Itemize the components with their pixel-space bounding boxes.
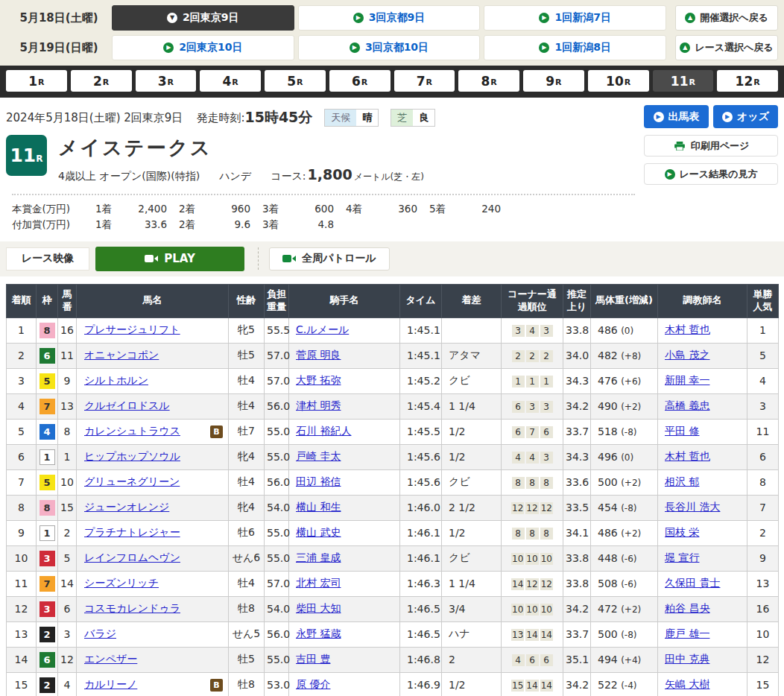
table-row: 611ヒップホップソウル牝455.0戸崎 圭太1:45.61/244334.34… xyxy=(7,444,779,469)
print-page-button[interactable]: 印刷用ページ xyxy=(644,135,778,156)
finish-position: 15 xyxy=(7,672,37,696)
win-popularity: 11 xyxy=(747,419,779,444)
venue-tab-kyoto10[interactable]: ▶ 3回京都10日 xyxy=(298,35,481,60)
trainer-link[interactable]: 久保田 貴士 xyxy=(665,577,720,589)
horse-name-link[interactable]: エンペザー xyxy=(84,653,137,666)
jockey-link[interactable]: 田辺 裕信 xyxy=(296,475,341,487)
venue-tab-tokyo10[interactable]: ▶ 2回東京10日 xyxy=(112,35,294,60)
trainer-link[interactable]: 鹿戸 雄一 xyxy=(665,627,709,639)
shutuba-button-label: 出馬表 xyxy=(668,110,700,124)
race-tab-11r[interactable]: 11R xyxy=(653,70,714,92)
horse-name-link[interactable]: バラジ xyxy=(84,627,116,641)
jockey-link[interactable]: 石川 裕紀人 xyxy=(296,425,351,437)
jockey-link[interactable]: 菅原 明良 xyxy=(296,349,341,361)
horse-name-link[interactable]: カルリーノ xyxy=(84,678,137,692)
trainer-link[interactable]: 高橋 義忠 xyxy=(665,399,709,411)
horse-name-link[interactable]: ジューンオレンジ xyxy=(84,501,169,514)
trainer-link[interactable]: 矢嶋 大樹 xyxy=(665,678,709,690)
race-video-button[interactable]: レース映像 xyxy=(6,247,89,271)
finish-position: 6 xyxy=(7,444,37,469)
horse-name-link[interactable]: ヒップホップソウル xyxy=(84,450,180,464)
jockey-link[interactable]: 大野 拓弥 xyxy=(296,374,341,386)
venue-tab-label: 1回新潟7日 xyxy=(554,11,610,25)
horse-name-cell: シーズンリッチ xyxy=(77,571,229,596)
jockey-link[interactable]: 柴田 大知 xyxy=(296,602,341,614)
corner-positions: 131414 xyxy=(502,621,563,647)
trainer-link[interactable]: 木村 哲也 xyxy=(665,450,709,462)
horse-name-cell: カルリーノB xyxy=(77,672,229,696)
trainer-link[interactable]: 長谷川 浩大 xyxy=(665,501,720,513)
play-button[interactable]: PLAY xyxy=(95,247,244,271)
margin: ハナ xyxy=(442,621,502,647)
race-tab-2r[interactable]: 2R xyxy=(71,70,132,92)
jockey-link[interactable]: 北村 宏司 xyxy=(296,577,341,589)
trainer-link[interactable]: 堀 宣行 xyxy=(665,551,699,563)
trainer-link[interactable]: 田中 克典 xyxy=(665,653,709,665)
carried-weight: 57.0 xyxy=(265,368,289,393)
trainer-link[interactable]: 新開 幸一 xyxy=(665,374,709,386)
table-row: 1816プレサージュリフト牝555.5C.ルメール1:45.134333.848… xyxy=(7,317,779,343)
jockey-link[interactable]: 津村 明秀 xyxy=(296,399,341,411)
horse-name-link[interactable]: オニャンコポン xyxy=(84,349,159,362)
jockey-link[interactable]: C.ルメール xyxy=(296,323,349,335)
turf-value: 良 xyxy=(413,110,434,126)
corner-position: 3 xyxy=(526,401,539,413)
race-tab-suffix: R xyxy=(232,77,238,87)
table-row: 1236コスモカレンドゥラ牡854.0柴田 大知1:46.53/41010103… xyxy=(7,596,779,621)
race-tab-9r[interactable]: 9R xyxy=(523,70,584,92)
odds-button[interactable]: ▶ オッズ xyxy=(713,105,778,128)
how-to-read-button[interactable]: ▶ レース結果の見方 xyxy=(644,163,778,185)
race-tab-3r[interactable]: 3R xyxy=(136,70,197,92)
race-tab-4r[interactable]: 4R xyxy=(200,70,261,92)
horse-name-link[interactable]: クルゼイロドスル xyxy=(84,399,170,413)
how-to-read-label: レース結果の見方 xyxy=(680,168,758,181)
horse-name-link[interactable]: レインフロムヘヴン xyxy=(84,551,180,565)
race-tab-6r[interactable]: 6R xyxy=(329,70,391,92)
horse-name-link[interactable]: プレサージュリフト xyxy=(84,323,180,337)
venue-tab-niigata8[interactable]: ▶ 1回新潟8日 xyxy=(484,35,666,60)
jockey-cell: 大野 拓弥 xyxy=(289,368,400,393)
venue-tab-kyoto9[interactable]: ▶ 3回京都9日 xyxy=(298,5,481,31)
horse-number: 6 xyxy=(58,596,77,621)
frame-number-badge: 7 xyxy=(39,576,55,592)
race-tab-suffix: R xyxy=(168,77,174,87)
horse-name-link[interactable]: プラチナトレジャー xyxy=(84,526,180,540)
horse-name-cell: カレンシュトラウスB xyxy=(77,419,229,444)
race-tab-1r[interactable]: 1R xyxy=(6,70,67,92)
jockey-link[interactable]: 永野 猛蔵 xyxy=(296,627,341,639)
race-tab-7r[interactable]: 7R xyxy=(394,70,455,92)
carried-weight: 55.5 xyxy=(265,317,289,343)
trainer-link[interactable]: 国枝 栄 xyxy=(665,526,699,538)
horse-name-link[interactable]: カレンシュトラウス xyxy=(84,425,180,438)
horse-name-link[interactable]: コスモカレンドゥラ xyxy=(84,602,180,616)
last-3f: 33.5 xyxy=(563,495,591,520)
body-weight-delta: (+4) xyxy=(621,655,641,665)
jockey-link[interactable]: 原 優介 xyxy=(296,678,330,690)
jockey-link[interactable]: 横山 和生 xyxy=(296,501,341,513)
trainer-cell: 木村 哲也 xyxy=(658,444,747,469)
horse-name-link[interactable]: シルトホルン xyxy=(84,374,148,387)
horse-name-link[interactable]: シーズンリッチ xyxy=(84,577,159,590)
corner-position: 6 xyxy=(512,426,525,438)
patrol-video-button[interactable]: 全周パトロール xyxy=(269,247,390,271)
horse-name-link[interactable]: グリューネグリーン xyxy=(84,475,180,489)
back-to-meeting-select-button[interactable]: ▲ 開催選択へ戻る xyxy=(675,5,778,31)
race-tab-8r[interactable]: 8R xyxy=(458,70,519,92)
venue-tab-tokyo9[interactable]: ▼ 2回東京9日 xyxy=(112,5,294,31)
trainer-link[interactable]: 粕谷 昌央 xyxy=(665,602,709,614)
trainer-link[interactable]: 小島 茂之 xyxy=(665,349,709,361)
race-tab-10r[interactable]: 10R xyxy=(588,70,649,92)
race-tab-5r[interactable]: 5R xyxy=(265,70,326,92)
trainer-link[interactable]: 木村 哲也 xyxy=(665,323,709,335)
race-tab-12r[interactable]: 12R xyxy=(717,70,778,92)
jockey-link[interactable]: 吉田 豊 xyxy=(296,653,330,665)
shutuba-button[interactable]: ▶ 出馬表 xyxy=(644,105,709,128)
venue-tab-niigata7[interactable]: ▶ 1回新潟7日 xyxy=(484,5,666,31)
jockey-link[interactable]: 横山 武史 xyxy=(296,526,341,538)
race-conditions: 4歳以上 オープン(国際)(特指) ハンデ コース: 1,800 メートル(芝・… xyxy=(58,166,424,183)
back-to-race-select-button[interactable]: ▲ レース選択へ戻る xyxy=(675,35,778,60)
jockey-link[interactable]: 三浦 皇成 xyxy=(296,551,341,563)
jockey-link[interactable]: 戸崎 圭太 xyxy=(296,450,341,462)
trainer-link[interactable]: 平田 修 xyxy=(665,425,699,437)
trainer-link[interactable]: 相沢 郁 xyxy=(665,475,699,487)
